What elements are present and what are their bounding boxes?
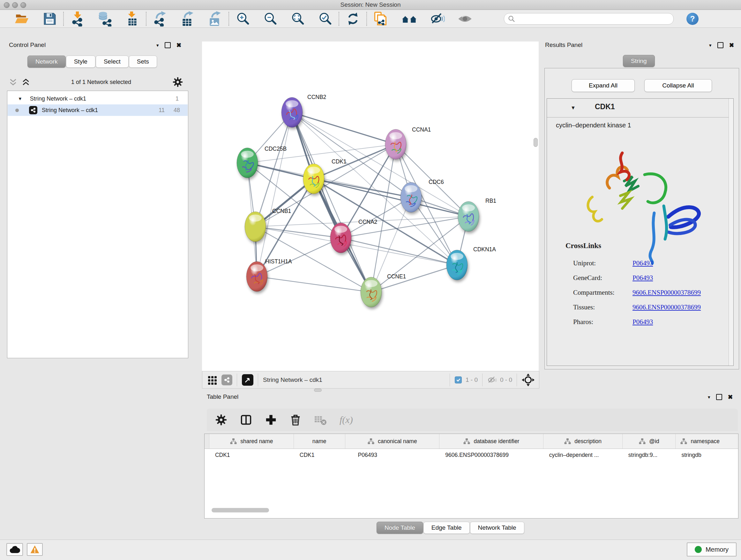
tree-collapse-icon[interactable]: ▼ [18,96,22,101]
network-node-CDK1[interactable]: CDK1 [303,159,347,194]
panel-float-icon[interactable] [165,42,171,48]
collapse-all-chevron-icon[interactable] [9,78,17,86]
panel-close-icon[interactable]: ✖ [177,43,182,48]
collapse-all-button[interactable]: Collapse All [644,79,712,92]
import-network-icon[interactable] [69,11,86,27]
network-edge[interactable] [292,112,468,216]
tab-network-table[interactable]: Network Table [470,522,524,534]
show-columns-icon[interactable] [240,414,252,426]
network-label: String Network – cdk1 [42,107,98,114]
horizontal-scrollbar[interactable] [212,508,269,512]
warnings-button[interactable] [27,543,43,556]
column-header-id[interactable]: @id [623,434,676,449]
network-view-icon[interactable] [221,374,232,385]
houses-icon[interactable] [401,11,418,27]
hide-selected-eye-icon[interactable] [429,11,446,27]
panel-close-icon[interactable]: ✖ [729,43,734,48]
network-tree-row-selected[interactable]: String Network – cdk1 11 48 [8,105,188,116]
expand-all-button[interactable]: Expand All [571,79,635,92]
network-node-CCNE1[interactable]: CCNE1 [360,273,406,307]
panel-float-icon[interactable] [718,42,724,48]
crosslink-label: GeneCard: [573,270,632,285]
memory-button[interactable]: Memory [687,543,737,557]
network-edge[interactable] [292,112,396,144]
table-gear-icon[interactable] [215,414,227,426]
network-edge[interactable] [257,238,341,276]
network-edge[interactable] [257,276,371,292]
column-header-shared-name[interactable]: shared name [209,434,294,449]
duplicate-network-icon[interactable] [373,11,389,27]
network-edge[interactable] [371,265,457,292]
network-canvas[interactable]: CCNB2CCNA1CDC25BCDK1CDC6RB1CCNB1CCNA2CDK… [202,42,539,371]
column-header-database-identifier[interactable]: database identifier [440,434,543,449]
tab-style[interactable]: Style [66,56,95,68]
export-network-icon[interactable] [152,11,169,27]
delete-column-icon[interactable] [290,414,301,426]
network-tree-root-row[interactable]: ▼ String Network – cdk1 1 [8,93,188,105]
export-image-icon[interactable] [207,11,223,27]
tab-node-table[interactable]: Node Table [377,522,423,534]
crosslink-value[interactable]: P06493 [632,270,653,285]
collection-count: 1 [176,96,179,102]
network-icon [29,106,37,114]
cloud-button[interactable] [6,543,23,556]
panel-float-icon[interactable] [716,394,722,400]
birdseye-crosshair-icon[interactable] [522,374,535,386]
column-header-description[interactable]: description [543,434,623,449]
tab-sets[interactable]: Sets [129,56,157,68]
card-collapse-icon[interactable]: ▼ [570,105,576,111]
results-panel: Results Panel ▾ ✖ String Expand All Coll… [542,42,741,371]
splitter-handle[interactable] [534,138,538,147]
show-all-eye-icon[interactable] [457,11,473,27]
network-node-CCNB2[interactable]: CCNB2 [281,94,326,127]
selected-checkbox-icon[interactable] [455,376,462,383]
tab-select[interactable]: Select [96,56,129,68]
network-edge[interactable] [341,238,457,265]
expand-all-chevron-icon[interactable] [22,78,30,86]
panel-menu-icon[interactable]: ▾ [708,394,711,400]
results-scrollbar[interactable] [729,99,733,366]
network-edge[interactable] [314,179,468,216]
crosslink-value[interactable]: P06493 [632,256,653,270]
save-icon[interactable] [42,11,58,27]
column-header-canonical-name[interactable]: canonical name [345,434,440,449]
node-label-CCNE1: CCNE1 [387,273,406,280]
table-tabs: Node TableEdge TableNetwork Table [377,522,525,534]
crosslink-value[interactable]: 9606.ENSP00000378699 [632,300,701,314]
search-input[interactable] [515,15,670,22]
table-panel-title: Table Panel [207,393,239,400]
function-builder-icon: f(x) [340,415,353,425]
crosslink-value[interactable]: 9606.ENSP00000378699 [632,285,701,300]
panel-menu-icon[interactable]: ▾ [156,43,159,48]
crosslink-value[interactable]: P06493 [632,314,653,329]
network-node-RB1[interactable]: RB1 [458,198,496,232]
add-column-icon[interactable] [265,414,277,426]
import-table-icon[interactable] [124,11,141,27]
panel-menu-icon[interactable]: ▾ [709,43,712,48]
zoom-selected-icon[interactable] [317,11,333,27]
export-table-icon[interactable] [179,11,196,27]
open-folder-icon[interactable] [13,11,30,27]
zoom-in-icon[interactable] [234,11,251,27]
zoom-out-icon[interactable] [262,11,279,27]
column-header-name[interactable]: name [294,434,345,449]
tab-string[interactable]: String [623,55,655,67]
network-edge[interactable] [255,227,341,238]
tab-edge-table[interactable]: Edge Table [423,522,470,534]
zoom-fit-icon[interactable] [289,11,306,27]
panel-close-icon[interactable]: ✖ [728,395,733,399]
network-node-CCNA1[interactable]: CCNA1 [385,126,431,159]
network-edge[interactable] [292,112,371,292]
gear-icon[interactable] [172,77,183,87]
tab-network[interactable]: Network [27,56,66,68]
table-row[interactable]: CDK1 CDK1 P06493 9606.ENSP00000378699 cy… [205,449,738,461]
import-network-database-icon[interactable] [97,11,113,27]
search-field[interactable] [504,13,674,24]
network-node-CDKN1A[interactable]: CDKN1A [447,246,496,280]
help-icon[interactable]: ? [686,13,698,25]
refresh-icon[interactable] [345,11,361,27]
detach-view-icon[interactable] [242,374,253,386]
network-node-HIST1H1A[interactable]: HIST1H1A [246,258,292,292]
column-header-namespace[interactable]: namespace [676,434,738,449]
grid-view-icon[interactable] [207,375,218,385]
